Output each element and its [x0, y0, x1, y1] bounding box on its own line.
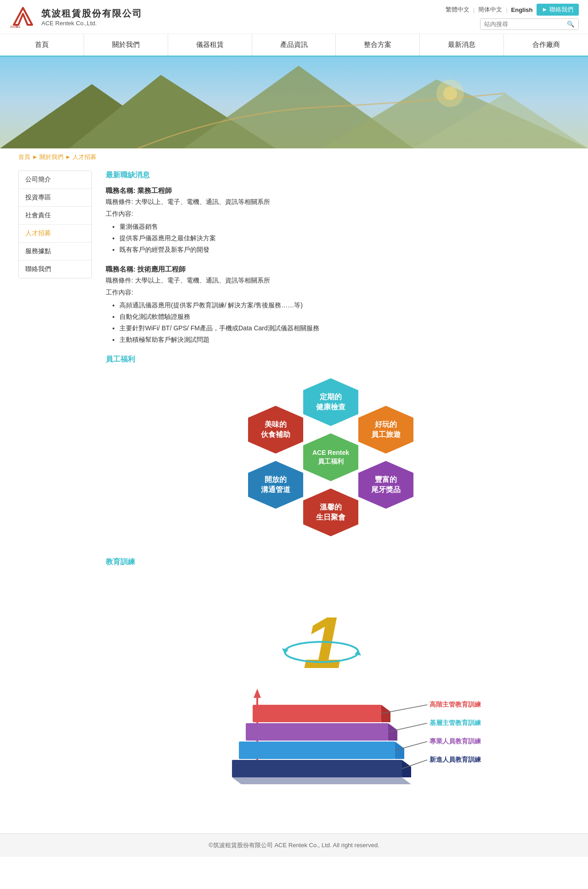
- logo-company-en: ACE Rentek Co.,Ltd.: [41, 20, 142, 27]
- svg-line-27: [388, 723, 427, 732]
- footer-text: ©筑波租賃股份有限公司 ACE Rentek Co., Ltd. All rig…: [209, 842, 379, 849]
- svg-text:高階主管教育訓練: 高階主管教育訓練: [430, 701, 481, 708]
- svg-rect-19: [232, 760, 402, 777]
- job-block-2: 職務名稱: 技術應用工程師 職務條件: 大學以上、電子、電機、通訊、資訊等相關系…: [106, 265, 556, 346]
- nav-link-products[interactable]: 產品資訊: [252, 34, 336, 56]
- hex-tl-label: 美味的伙食補助: [261, 419, 290, 440]
- latest-jobs-title: 最新職缺消息: [106, 170, 556, 180]
- logo-area: Rentek ® 筑波租賃股份有限公司 ACE Rentek Co.,Ltd.: [9, 6, 142, 28]
- hex-bottom-label: 溫馨的生日聚會: [316, 502, 345, 523]
- main-content: 公司簡介 投資專區 社會責任 人才招募 服務據點 聯絡我們 最新職缺消息 職務名…: [0, 166, 588, 815]
- hex-bottom: 溫馨的生日聚會: [303, 488, 358, 536]
- sidebar: 公司簡介 投資專區 社會責任 人才招募 服務據點 聯絡我們: [18, 170, 92, 278]
- svg-rect-16: [253, 705, 381, 722]
- sidebar-link-investor[interactable]: 投資專區: [19, 189, 91, 206]
- welfare-title: 員工福利: [106, 355, 556, 364]
- lang-traditional[interactable]: 繁體中文: [446, 6, 469, 14]
- logo-text: 筑波租賃股份有限公司 ACE Rentek Co.,Ltd.: [41, 7, 142, 27]
- sidebar-link-locations[interactable]: 服務據點: [19, 243, 91, 260]
- contact-button[interactable]: ► 聯絡我們: [537, 4, 579, 16]
- nav-link-solutions[interactable]: 整合方案: [336, 34, 420, 56]
- job2-duty-3: 主要針對WiFi/ BT/ GPS/ FM產品，手機或Data Card測試儀器…: [119, 323, 556, 334]
- svg-marker-24: [232, 777, 411, 784]
- footer: ©筑波租賃股份有限公司 ACE Rentek Co., Ltd. All rig…: [0, 833, 588, 857]
- top-right: 繁體中文 | 簡体中文 | English ► 聯絡我們 🔍: [446, 4, 579, 30]
- job2-duty-2: 自動化測試軟體驗證服務: [119, 311, 556, 323]
- sidebar-link-contact[interactable]: 聯絡我們: [19, 260, 91, 278]
- main-nav: 首頁 關於我們 儀器租賃 產品資訊 整合方案 最新消息 合作廠商: [0, 34, 588, 57]
- nav-item-rental[interactable]: 儀器租賃: [168, 34, 252, 56]
- sidebar-item-investor[interactable]: 投資專區: [19, 189, 91, 207]
- job1-condition: 職務條件: 大學以上、電子、電機、通訊、資訊等相關系所: [106, 198, 556, 206]
- svg-rect-18: [239, 742, 395, 759]
- hex-br-label: 豐富的尾牙獎品: [371, 475, 401, 495]
- nav-link-partners[interactable]: 合作廠商: [504, 34, 588, 56]
- nav-item-home[interactable]: 首頁: [0, 34, 84, 56]
- sep1: |: [473, 6, 475, 13]
- sidebar-item-csr[interactable]: 社會責任: [19, 207, 91, 225]
- nav-item-solutions[interactable]: 整合方案: [336, 34, 420, 56]
- search-input[interactable]: [481, 19, 563, 29]
- svg-marker-23: [402, 760, 411, 777]
- svg-point-9: [443, 86, 457, 100]
- lang-bar: 繁體中文 | 簡体中文 | English ► 聯絡我們: [446, 4, 579, 16]
- hero-svg: [0, 57, 588, 148]
- hex-center-label: ACE Rentek員工福利: [312, 448, 349, 466]
- training-diagram: 1: [106, 576, 556, 787]
- job1-duty-2: 提供客戶儀器應用之最佳解決方案: [119, 232, 556, 244]
- hex-grid: 定期的健康檢查 美味的伙食補助 好玩的員工旅遊 ACE Rentek員工福利 開…: [220, 374, 441, 539]
- job2-duty-1: 高頻通訊儀器應用(提供客戶教育訓練/ 解決方案/售後服務……等): [119, 300, 556, 311]
- sidebar-link-csr[interactable]: 社會責任: [19, 207, 91, 224]
- nav-item-about[interactable]: 關於我們: [84, 34, 168, 56]
- job1-content-label: 工作內容:: [106, 210, 556, 218]
- training-title: 教育訓練: [106, 557, 556, 567]
- hex-tr-label: 好玩的員工旅遊: [371, 419, 401, 440]
- svg-text:專業人員教育訓練: 專業人員教育訓練: [430, 737, 481, 745]
- hero-banner: [0, 57, 588, 148]
- nav-item-news[interactable]: 最新消息: [420, 34, 504, 56]
- job1-title: 職務名稱: 業務工程師: [106, 187, 556, 195]
- hexagon-container: 定期的健康檢查 美味的伙食補助 好玩的員工旅遊 ACE Rentek員工福利 開…: [106, 374, 556, 539]
- hex-top-label: 定期的健康檢查: [316, 392, 345, 413]
- job-block-1: 職務名稱: 業務工程師 職務條件: 大學以上、電子、電機、通訊、資訊等相關系所 …: [106, 187, 556, 256]
- svg-marker-13: [282, 648, 288, 654]
- breadcrumb: 首頁 ► 關於我們 ► 人才招募: [0, 148, 588, 166]
- job2-title: 職務名稱: 技術應用工程師: [106, 265, 556, 274]
- sidebar-link-intro[interactable]: 公司簡介: [19, 171, 91, 188]
- lang-english[interactable]: English: [511, 6, 533, 13]
- hex-bl-label: 開放的溝通管道: [261, 475, 290, 495]
- sidebar-item-intro[interactable]: 公司簡介: [19, 171, 91, 189]
- hex-center: ACE Rentek員工福利: [303, 433, 358, 481]
- sep2: |: [506, 6, 507, 13]
- sidebar-item-contact[interactable]: 聯絡我們: [19, 260, 91, 278]
- nav-item-products[interactable]: 產品資訊: [252, 34, 336, 56]
- hex-tl: 美味的伙食補助: [248, 406, 303, 453]
- job1-duty-3: 既有客戶的經營及新客戶的開發: [119, 244, 556, 255]
- top-bar: Rentek ® 筑波租賃股份有限公司 ACE Rentek Co.,Ltd. …: [0, 0, 588, 34]
- search-button[interactable]: 🔍: [563, 19, 578, 29]
- svg-line-25: [381, 705, 427, 713]
- nav-link-news[interactable]: 最新消息: [420, 34, 504, 56]
- breadcrumb-about[interactable]: 關於我們: [40, 153, 63, 160]
- svg-text:®: ®: [16, 25, 18, 28]
- svg-marker-12: [355, 650, 361, 656]
- sidebar-link-recruit[interactable]: 人才招募: [19, 225, 91, 242]
- sidebar-item-locations[interactable]: 服務據點: [19, 243, 91, 260]
- breadcrumb-current: 人才招募: [73, 153, 96, 160]
- hex-bl: 開放的溝通管道: [248, 461, 303, 509]
- svg-marker-15: [254, 689, 261, 698]
- sidebar-item-recruit[interactable]: 人才招募: [19, 225, 91, 243]
- breadcrumb-home[interactable]: 首頁: [18, 153, 30, 160]
- job1-duties: 量測儀器銷售 提供客戶儀器應用之最佳解決方案 既有客戶的經營及新客戶的開發: [119, 221, 556, 256]
- training-svg: 1: [170, 576, 492, 787]
- logo-icon: Rentek ®: [9, 6, 37, 28]
- nav-link-about[interactable]: 關於我們: [84, 34, 168, 56]
- breadcrumb-sep1: ►: [32, 153, 40, 160]
- job2-duty-4: 主動積極幫助客戶解決測試問題: [119, 334, 556, 345]
- nav-link-home[interactable]: 首頁: [0, 34, 84, 56]
- breadcrumb-sep2: ►: [65, 153, 73, 160]
- nav-link-rental[interactable]: 儀器租賃: [168, 34, 252, 56]
- job1-duty-1: 量測儀器銷售: [119, 221, 556, 232]
- lang-simplified[interactable]: 簡体中文: [478, 6, 502, 14]
- nav-item-partners[interactable]: 合作廠商: [504, 34, 588, 56]
